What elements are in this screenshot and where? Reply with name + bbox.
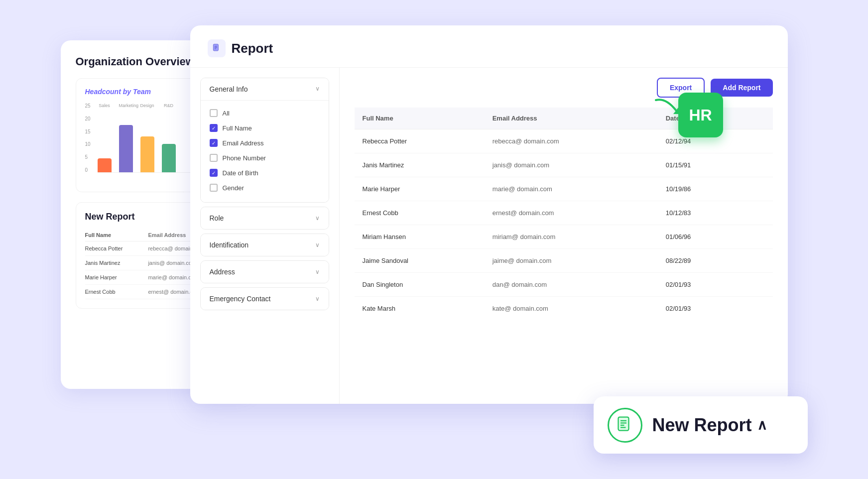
chevron-down-icon: ∨ [315,295,320,302]
cell-fullname: Kate Marsh [355,297,485,321]
checkbox-fullname[interactable] [210,124,218,132]
filter-section-address: Address ∨ [200,260,329,283]
role-header[interactable]: Role ∨ [201,207,329,229]
notification-document-icon [616,416,634,434]
cell-fullname: Marie Harper [355,177,485,201]
cell-fullname: Dan Singleton [355,273,485,297]
filter-item-dob[interactable]: Date of Birth [210,165,320,180]
cell-email: janis@ domain.com [485,153,658,177]
filter-item-phone[interactable]: Phone Number [210,150,320,165]
cell-email: jaime@ domain.com [485,249,658,273]
cell-email: dan@ domain.com [485,273,658,297]
checkbox-email[interactable] [210,139,218,147]
filter-item-fullname[interactable]: Full Name [210,120,320,135]
filter-section-role: Role ∨ [200,207,329,230]
report-table: Full Name Email Address Date of Birth Re… [355,108,773,320]
cell-email: miriam@ domain.com [485,225,658,249]
col-header-email: Email Address [485,108,658,129]
notification-icon-wrap [608,408,642,443]
notification-text: New Report ∧ [652,415,767,436]
identification-header[interactable]: Identification ∨ [201,234,329,256]
checkbox-phone[interactable] [210,154,218,162]
cell-fullname: Ernest Cobb [355,201,485,225]
cell-email: marie@ domain.com [485,177,658,201]
chevron-down-icon: ∨ [315,268,320,275]
main-card-header: Report [190,25,788,68]
table-row: Kate Marshkate@ domain.com02/01/93 [355,297,773,321]
cell-dob: 02/01/93 [658,273,773,297]
document-icon [212,43,222,53]
chevron-down-icon: ∨ [315,215,320,222]
arrow-icon [651,95,681,120]
cell-dob: 02/01/93 [658,297,773,321]
bar-sales [98,158,112,172]
cell-dob: 10/19/86 [658,177,773,201]
filter-section-general-info: General Info ∧ All Full Name [200,78,329,203]
bar-rnd [162,144,176,172]
filter-section-emergency-contact: Emergency Contact ∨ [200,287,329,310]
filter-item-email[interactable]: Email Address [210,135,320,150]
table-row: Janis Martinezjanis@ domain.com01/15/91 [355,153,773,177]
table-row: Jaime Sandovaljaime@ domain.com08/22/89 [355,249,773,273]
table-row: Dan Singletondan@ domain.com02/01/93 [355,273,773,297]
cell-email: kate@ domain.com [485,297,658,321]
filter-item-all[interactable]: All [210,106,320,120]
filter-sidebar: General Info ∧ All Full Name [190,68,340,404]
address-header[interactable]: Address ∨ [201,261,329,283]
bar-marketing [119,125,133,172]
new-report-notification[interactable]: New Report ∧ [594,396,808,454]
table-row: Miriam Hansenmiriam@ domain.com01/06/96 [355,225,773,249]
arrow-indicator [651,95,681,122]
cell-dob: 01/06/96 [658,225,773,249]
bar-design [140,136,154,172]
filter-section-identification: Identification ∨ [200,234,329,256]
filter-item-gender[interactable]: Gender [210,180,320,195]
cell-dob: 01/15/91 [658,153,773,177]
cell-fullname: Rebecca Potter [355,129,485,153]
chart-y-labels: 25 20 15 10 5 0 [85,103,91,173]
notification-chevron-icon: ∧ [757,417,767,433]
cell-email: rebecca@ domain.com [485,129,658,153]
report-icon [208,39,226,57]
checkbox-dob[interactable] [210,169,218,177]
chevron-down-icon: ∨ [315,241,320,248]
cell-dob: 08/22/89 [658,249,773,273]
cell-dob: 10/12/83 [658,201,773,225]
cell-fullname: Janis Martinez [355,153,485,177]
emergency-contact-header[interactable]: Emergency Contact ∨ [201,288,329,310]
checkbox-all[interactable] [210,109,218,117]
cell-fullname: Miriam Hansen [355,225,485,249]
svg-rect-5 [618,417,628,430]
main-card-title: Report [232,41,273,56]
general-info-content: All Full Name Email Address Phone N [201,101,329,202]
general-info-header[interactable]: General Info ∧ [201,78,329,101]
chevron-up-icon: ∧ [315,86,320,93]
cell-fullname: Jaime Sandoval [355,249,485,273]
main-report-card: Report General Info ∧ All [190,25,788,404]
col-header-fullname: Full Name [355,108,485,129]
hr-badge: HR [678,93,723,137]
table-row: Marie Harpermarie@ domain.com10/19/86 [355,177,773,201]
checkbox-gender[interactable] [210,184,218,192]
cell-email: ernest@ domain.com [485,201,658,225]
table-row: Ernest Cobbernest@ domain.com10/12/83 [355,201,773,225]
